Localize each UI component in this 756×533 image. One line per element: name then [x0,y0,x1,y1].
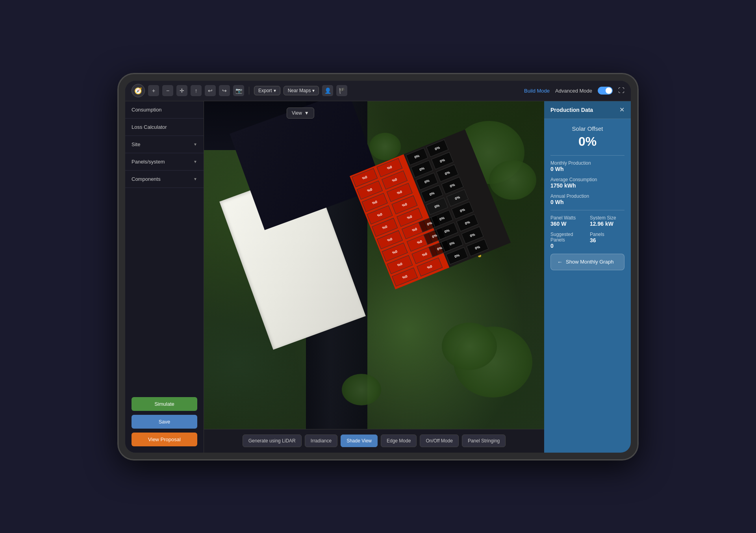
panel-watts-cell: Panel Watts 360 W [550,215,585,227]
system-size-label: System Size [590,215,624,221]
system-size-value: 12.96 kW [590,221,624,227]
panels-label: Panels/system [132,159,165,165]
main-content: Consumption Loss Calculator Site ▼ Panel… [125,101,631,453]
divider-1 [550,155,624,156]
irradiance-button[interactable]: Irradiance [305,435,337,447]
view-label: View [292,110,302,116]
export-dropdown[interactable]: Export ▾ [254,86,280,95]
monthly-production-label: Monthly Production [550,160,624,166]
tablet-screen: 🧭 + − ✛ ↑ ↩ ↪ 📷 Export ▾ Near Maps ▾ 👤 � [125,81,631,453]
export-chevron: ▾ [274,88,276,93]
panels-value: 36 [590,237,624,243]
advanced-mode-toggle[interactable] [598,87,613,95]
near-maps-label: Near Maps [288,88,311,93]
export-label: Export [258,88,272,93]
top-bar: 🧭 + − ✛ ↑ ↩ ↪ 📷 Export ▾ Near Maps ▾ 👤 � [125,81,631,101]
panel-header: Production Data ✕ [544,101,631,119]
near-maps-dropdown[interactable]: Near Maps ▾ [284,86,319,95]
panel-title: Production Data [550,107,593,113]
annual-production-label: Annual Production [550,193,624,199]
redo-button[interactable]: ↪ [219,85,230,96]
close-panel-button[interactable]: ✕ [619,107,624,113]
consumption-label: Consumption [132,107,162,113]
edge-mode-button[interactable]: Edge Mode [381,435,417,447]
monthly-graph-button[interactable]: ← Show Monthly Graph [550,254,624,270]
near-maps-chevron: ▾ [312,88,315,93]
annual-production-value: 0 Wh [550,199,624,205]
sidebar-item-panels[interactable]: Panels/system ▼ [125,153,204,171]
sidebar-item-components[interactable]: Components ▼ [125,171,204,188]
person-icon-btn[interactable]: 👤 [322,85,333,96]
map-area[interactable]: %0 %0 %0 %0 %0 %0 %0 %0 [204,101,544,429]
up-button[interactable]: ↑ [191,85,202,96]
panel-watts-label: Panel Watts [550,215,585,221]
monthly-production-row: Monthly Production 0 Wh [550,160,624,172]
divider-2 [550,210,624,210]
solar-offset-title: Solar Offset [550,125,624,132]
lidar-button[interactable]: Generate using LiDAR [243,435,302,447]
panel-content: Solar Offset 0% Monthly Production 0 Wh … [544,119,631,453]
veg-2 [489,160,536,200]
veg-4 [442,323,497,370]
arrow-left-icon: ← [557,259,563,265]
map-background: %0 %0 %0 %0 %0 %0 %0 %0 [204,101,544,429]
suggested-panels-value: 0 [550,243,585,249]
avg-consumption-label: Average Consumption [550,177,624,182]
save-button[interactable]: Save [132,415,197,429]
undo-button[interactable]: ↩ [205,85,216,96]
camera-button[interactable]: 📷 [233,85,244,96]
aerial-scene: %0 %0 %0 %0 %0 %0 %0 %0 [204,101,544,429]
sidebar-bottom: Simulate Save View Proposal [125,391,204,453]
panels-arrow: ▼ [193,160,197,164]
flag-icon-btn[interactable]: 🏴 [336,85,347,96]
view-chevron: ▼ [304,110,309,116]
veg-5 [342,374,381,405]
tablet-frame: 🧭 + − ✛ ↑ ↩ ↪ 📷 Export ▾ Near Maps ▾ 👤 � [118,74,638,460]
panels-count-cell: Panels 36 [590,232,624,249]
shade-view-button[interactable]: Shade View [341,435,378,447]
view-proposal-button[interactable]: View Proposal [132,433,197,446]
avg-consumption-value: 1750 kWh [550,182,624,189]
fullscreen-button[interactable]: ⛶ [618,87,624,94]
sidebar-item-consumption[interactable]: Consumption [125,101,204,119]
loss-calculator-label: Loss Calculator [132,124,167,130]
monthly-graph-label: Show Monthly Graph [566,259,613,265]
components-label: Components [132,176,161,182]
view-dropdown[interactable]: View ▼ [287,108,314,119]
panel-watts-value: 360 W [550,221,585,227]
system-size-cell: System Size 12.96 kW [590,215,624,227]
veg-6 [369,133,401,160]
site-arrow: ▼ [193,142,197,147]
suggested-panels-label: Suggested Panels [550,232,585,243]
specs-grid: Panel Watts 360 W System Size 12.96 kW S… [550,215,624,249]
panel-stringing-button[interactable]: Panel Stringing [462,435,506,447]
move-button[interactable]: ✛ [176,85,187,96]
solar-offset-value: 0% [550,134,624,149]
annual-production-row: Annual Production 0 Wh [550,193,624,205]
avg-consumption-row: Average Consumption 1750 kWh [550,177,624,189]
zoom-out-button[interactable]: − [162,85,173,96]
top-bar-left: 🧭 + − ✛ ↑ ↩ ↪ 📷 Export ▾ Near Maps ▾ 👤 � [132,84,521,97]
sidebar-item-site[interactable]: Site ▼ [125,136,204,153]
suggested-panels-cell: Suggested Panels 0 [550,232,585,249]
bottom-toolbar: Generate using LiDAR Irradiance Shade Vi… [204,429,544,453]
components-arrow: ▼ [193,177,197,181]
left-sidebar: Consumption Loss Calculator Site ▼ Panel… [125,101,204,453]
on-off-mode-button[interactable]: On/Off Mode [420,435,458,447]
separator-1 [249,87,249,95]
sidebar-item-loss-calculator[interactable]: Loss Calculator [125,119,204,136]
advanced-mode-label: Advanced Mode [555,88,592,94]
zoom-in-button[interactable]: + [148,85,159,96]
simulate-button[interactable]: Simulate [132,397,197,411]
compass-icon: 🧭 [132,84,145,97]
monthly-production-value: 0 Wh [550,166,624,172]
right-panel: Production Data ✕ Solar Offset 0% Monthl… [544,101,631,453]
site-label: Site [132,141,140,147]
panels-label: Panels [590,232,624,237]
build-mode-label: Build Mode [524,88,550,94]
top-bar-right: Build Mode Advanced Mode ⛶ [524,87,624,95]
